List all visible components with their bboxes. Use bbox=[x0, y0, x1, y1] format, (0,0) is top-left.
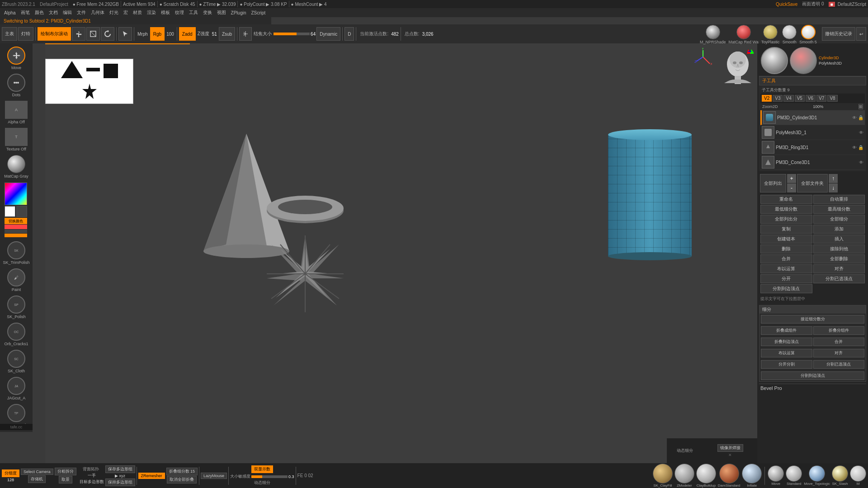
bottom-matcap-clayfill[interactable]: SK_ClayFill bbox=[653, 464, 673, 488]
screen-transparency[interactable]: 画面透明 0 bbox=[802, 1, 824, 7]
tool-matcap[interactable]: MatCap Gray bbox=[3, 154, 30, 180]
split-btn[interactable]: 分开 bbox=[760, 274, 812, 283]
select-camera-btn[interactable]: Select Camera bbox=[21, 469, 53, 475]
vtab-v6[interactable]: V6 bbox=[806, 95, 816, 102]
bg-color-swatch[interactable] bbox=[16, 206, 27, 217]
light-btn[interactable]: 灯特 bbox=[18, 27, 33, 41]
add-btn[interactable]: 添加 bbox=[813, 225, 865, 234]
group-collapse-btn[interactable]: 折叠成组件 bbox=[761, 326, 812, 335]
menu-geometry[interactable]: 几何体 bbox=[89, 9, 107, 16]
group-collapse2-btn[interactable]: 折叠分组件 bbox=[813, 326, 865, 335]
folder-btn[interactable]: 全部文件夹 bbox=[797, 174, 828, 192]
draw-button[interactable]: 绘制布尔滚动 bbox=[38, 27, 71, 41]
folder-up-btn[interactable]: ↑ bbox=[829, 174, 838, 183]
color-label[interactable]: 切换颜色 bbox=[5, 218, 27, 224]
tool-alpha[interactable]: A Alpha Off bbox=[3, 99, 30, 126]
viewport[interactable]: X Y Z bbox=[45, 43, 757, 463]
subtool-cylinder-lock[interactable]: 🔒 bbox=[858, 115, 863, 120]
rough-split-btn[interactable]: 分粗拆分 bbox=[55, 468, 76, 475]
tool-move[interactable]: Move bbox=[3, 45, 30, 71]
default-z-script[interactable]: DefaultZScript bbox=[838, 2, 866, 7]
bottom-standard-group[interactable]: Standard bbox=[786, 465, 802, 486]
dynamic-btn[interactable]: Dynamic bbox=[316, 27, 340, 41]
close-subdiv-btn[interactable]: 接近细分数分 bbox=[761, 315, 864, 324]
tool-sk-polish[interactable]: SP SK_Polish bbox=[3, 294, 30, 320]
bottom-skslash-group[interactable]: SK_Slash bbox=[832, 465, 848, 486]
merge-btn[interactable]: 合并 bbox=[760, 254, 812, 263]
menu-texture[interactable]: 纹理 bbox=[173, 9, 186, 16]
bottom-movetopo-group[interactable]: Move_Topologic bbox=[804, 465, 830, 486]
menu-view[interactable]: 视图 bbox=[215, 9, 228, 16]
select-btn[interactable] bbox=[118, 27, 132, 41]
merge-subdiv-btn[interactable]: 合并 bbox=[813, 338, 865, 346]
menu-transform[interactable]: 变换 bbox=[201, 9, 214, 16]
subtool-item-cylinder[interactable]: PM3D_Cylinder3D1 👁 🔒 bbox=[760, 110, 865, 125]
vtab-v2[interactable]: V2 bbox=[762, 95, 772, 102]
remove-subtool-btn[interactable]: - bbox=[787, 183, 796, 192]
save-multi-btn[interactable]: 保存多边形组 bbox=[105, 465, 135, 473]
vtab-v5[interactable]: V5 bbox=[795, 95, 805, 102]
align-btn[interactable]: 对齐 bbox=[813, 264, 865, 273]
bottom-m-group[interactable]: M bbox=[850, 465, 866, 486]
folder-down-btn[interactable]: ↓ bbox=[829, 183, 838, 192]
split-subdiv-btn[interactable]: 分开分割 bbox=[761, 360, 812, 369]
subtool-ring-lock[interactable]: 🔒 bbox=[858, 145, 863, 150]
zadd-btn[interactable]: Zadd bbox=[179, 27, 196, 41]
double-display-btn[interactable]: 双显示数 bbox=[251, 465, 273, 473]
lazymouse-btn[interactable]: LazyMouse bbox=[201, 473, 227, 479]
delete-all-btn[interactable]: 全部删除 bbox=[813, 254, 865, 263]
menu-tool[interactable]: 工具 bbox=[187, 9, 200, 16]
symmetry-btn[interactable] bbox=[239, 27, 252, 41]
menu-render[interactable]: 渲染 bbox=[145, 9, 158, 16]
menu-template[interactable]: 模板 bbox=[159, 9, 172, 16]
menu-light[interactable]: 灯光 bbox=[107, 9, 121, 16]
mirror-close[interactable]: ✕ bbox=[728, 453, 732, 457]
vtab-v4[interactable]: V4 bbox=[783, 95, 793, 102]
red-bar[interactable] bbox=[5, 225, 27, 229]
color-gradient[interactable] bbox=[5, 183, 27, 205]
menu-material[interactable]: 材质 bbox=[131, 9, 144, 16]
bottom-matcap-inflate[interactable]: Inflate bbox=[742, 464, 762, 488]
all-subdiv-btn[interactable]: 全部细分 bbox=[813, 215, 865, 224]
insert-btn[interactable]: 插入 bbox=[813, 235, 865, 244]
subtool-item-ring[interactable]: PM3D_Ring3D1 👁 🔒 bbox=[760, 140, 865, 155]
bottom-move-group[interactable]: Move bbox=[768, 465, 784, 486]
move-button[interactable] bbox=[72, 27, 85, 41]
master-tab[interactable]: 主表 bbox=[2, 27, 17, 41]
menu-file[interactable]: 文件 bbox=[75, 9, 88, 16]
vtab-v7[interactable]: V7 bbox=[816, 95, 826, 102]
boolop-subdiv-btn[interactable]: 布以运算 bbox=[761, 349, 812, 357]
store-btn[interactable]: 存储机 bbox=[28, 475, 46, 483]
matcap-smooth[interactable]: Smooth bbox=[782, 25, 797, 44]
matcap-m-nprshade[interactable]: M_NPRShade bbox=[700, 25, 726, 44]
delete-btn[interactable]: 删除 bbox=[760, 244, 812, 253]
subtool-title[interactable]: 子工具 bbox=[759, 76, 866, 85]
quick-save[interactable]: QuickSave bbox=[776, 2, 797, 7]
subtool-cylinder-eye[interactable]: 👁 bbox=[852, 115, 857, 120]
menu-zscript[interactable]: ZScript bbox=[249, 10, 268, 16]
zsub-btn[interactable]: Zsub bbox=[219, 27, 235, 41]
mirror-weld-btn[interactable]: 镜像并焊接 bbox=[717, 444, 743, 452]
menu-zplugin[interactable]: ZPlugin bbox=[229, 10, 249, 16]
bottom-matcap-damstandard[interactable]: DamStandard bbox=[718, 464, 740, 488]
min-subdiv-btn[interactable]: 最低细分数 bbox=[760, 205, 812, 214]
list-all-btn[interactable]: 全部列出 bbox=[760, 174, 786, 192]
subdivide-btn[interactable]: 分细度 bbox=[2, 469, 19, 477]
subtool-cone-eye[interactable]: 👁 bbox=[859, 160, 863, 165]
menu-macro[interactable]: 宏 bbox=[121, 9, 130, 16]
max-subdiv-btn[interactable]: 最高细分数 bbox=[813, 205, 865, 214]
d-small[interactable]: D bbox=[344, 27, 354, 41]
zoom-btn[interactable]: ⊞ bbox=[859, 104, 863, 109]
split-edge-btn[interactable]: 分割到边顶点 bbox=[760, 284, 812, 293]
subtool-item-polymesh[interactable]: PolyMesh3D_1 👁 bbox=[760, 125, 865, 140]
vtab-v3[interactable]: V3 bbox=[773, 95, 783, 102]
project-btn[interactable]: 取景 bbox=[59, 476, 72, 483]
tool-texture[interactable]: T Texture Off bbox=[3, 127, 30, 153]
boolean-op-btn[interactable]: 布以运算 bbox=[760, 264, 812, 273]
bottom-matcap-zmodeler[interactable]: ZModeler bbox=[675, 464, 694, 488]
delete-to-btn[interactable]: 接除到他 bbox=[813, 244, 865, 253]
keep-group-btn[interactable]: 保持多边形组 bbox=[105, 479, 135, 486]
tool-jagcut[interactable]: JA JAGcut_A bbox=[3, 375, 30, 402]
create-link-btn[interactable]: 创建链本 bbox=[760, 235, 812, 244]
add-subtool-btn[interactable]: + bbox=[787, 174, 796, 183]
